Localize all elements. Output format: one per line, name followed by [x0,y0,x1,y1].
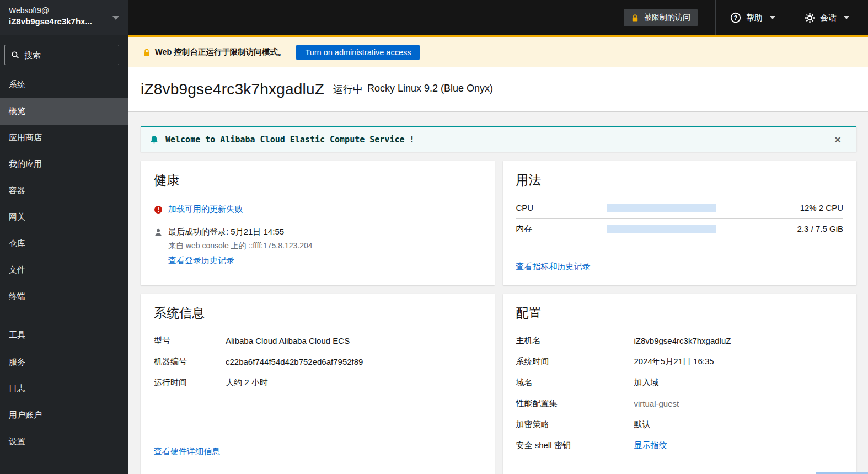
hostname-value: iZ8vb9gse4rc3k7hxgadluZ [634,336,844,345]
chevron-down-icon [844,16,849,19]
host-switcher[interactable]: Websoft9@ iZ8vb9gse4rc3k7hx... [0,0,128,35]
domain-label: 域名 [516,377,634,388]
sidebar-search[interactable] [4,45,119,65]
hostname-label: 主机名 [516,335,634,346]
exclamation-circle-icon [154,205,163,214]
running-state: 运行中 [333,83,363,96]
sidebar-item-repository[interactable]: 仓库 [0,231,128,257]
hardware-details-link[interactable]: 查看硬件详细信息 [154,446,220,457]
login-origin-text: 来自 web console 上的 ::ffff:175.8.123.204 [168,241,313,251]
usage-card: 用法 CPU 12% 2 CPU 内存 [503,161,857,285]
ssh-keys-row: 安全 shell 密钥 显示指纹 [516,435,844,456]
bell-icon [149,135,159,145]
cockpit-app: Websoft9@ iZ8vb9gse4rc3k7hx... 被限制的访问 ? … [0,0,868,474]
sidebar-item-logs[interactable]: 日志 [0,376,128,402]
search-input[interactable] [24,50,90,60]
sidebar-item-gateway[interactable]: 网关 [0,204,128,231]
restricted-mode-banner: Web 控制台正运行于限制访问模式。 Turn on administrativ… [128,35,868,67]
usage-rows: CPU 12% 2 CPU 内存 2.3 / 7.5 GiB [516,198,844,239]
crypto-policy-row: 加密策略 默认 [516,414,844,435]
configuration-title: 配置 [516,305,844,322]
sidebar-item-services[interactable]: 服务 [0,349,128,376]
brand-hostname: iZ8vb9gse4rc3k7hx... [9,16,120,27]
cpu-usage-row: CPU 12% 2 CPU [516,198,844,219]
sidebar-item-files[interactable]: 文件 [0,257,128,284]
admin-access-button[interactable]: Turn on administrative access [296,45,420,60]
page-header: iZ8vb9gse4rc3k7hxgadluZ 运行中 Rocky Linux … [128,67,868,112]
sidebar-nav: 系统 概览 应用商店 我的应用 容器 网关 仓库 文件 终端 工具 服务 日志 … [0,72,128,455]
host-state: 运行中 Rocky Linux 9.2 (Blue Onyx) [333,83,493,96]
health-card: 健康 加载可用的更新失败 最后成功的登录: 5月21日 14:55 [141,161,495,285]
memory-progress-bar [607,225,717,233]
system-info-card: 系统信息 型号 Alibaba Cloud Alibaba Cloud ECS … [141,294,495,474]
memory-label: 内存 [516,223,607,234]
uptime-label: 运行时间 [154,377,226,388]
uptime-value: 大约 2 小时 [226,377,481,388]
sidebar-item-settings[interactable]: 设置 [0,429,128,455]
sidebar-item-system[interactable]: 系统 [0,72,128,98]
cpu-value: 12% 2 CPU [716,203,843,212]
question-circle-icon: ? [730,12,741,23]
cpu-label: CPU [516,203,607,212]
sidebar-item-containers[interactable]: 容器 [0,178,128,204]
system-time-label: 系统时间 [516,356,634,367]
help-menu[interactable]: ? 帮助 [715,0,790,35]
os-name: Rocky Linux 9.2 (Blue Onyx) [367,83,493,96]
close-icon[interactable]: × [834,134,841,145]
usage-card-title: 用法 [516,172,844,189]
lock-icon [631,14,639,22]
model-row: 型号 Alibaba Cloud Alibaba Cloud ECS [154,331,481,351]
sidebar-item-accounts[interactable]: 用户账户 [0,402,128,429]
chevron-down-icon [770,16,775,19]
card-gallery: 健康 加载可用的更新失败 最后成功的登录: 5月21日 14:55 [141,161,856,474]
sidebar-item-my-apps[interactable]: 我的应用 [0,151,128,178]
machine-id-row: 机器编号 c22ba6f744f54d42b752ed6af7952f89 [154,351,481,372]
domain-row: 域名 加入域 [516,372,844,393]
last-login-info: 最后成功的登录: 5月21日 14:55 来自 web console 上的 :… [168,227,313,266]
performance-profile-value[interactable]: virtual-guest [634,399,844,408]
performance-profile-label: 性能配置集 [516,398,634,409]
gear-icon [805,13,815,23]
login-history-link[interactable]: 查看登录历史记录 [168,255,234,266]
sidebar-item-terminal[interactable]: 终端 [0,284,128,310]
sidebar-item-tools[interactable]: 工具 [0,322,128,349]
last-login-text: 最后成功的登录: 5月21日 14:55 [168,227,313,237]
show-fingerprints-link[interactable]: 显示指纹 [634,440,844,451]
restricted-access-label: 被限制的访问 [644,13,690,23]
health-card-title: 健康 [154,172,481,189]
svg-text:?: ? [734,14,738,21]
restricted-access-button[interactable]: 被限制的访问 [624,9,698,26]
system-time-value[interactable]: 2024年5月21日 16:35 [634,356,844,367]
user-icon [154,228,163,237]
restricted-mode-message: Web 控制台正运行于限制访问模式。 [155,47,286,57]
hostname-row: 主机名 iZ8vb9gse4rc3k7hxgadluZ [516,331,844,351]
system-info-title: 系统信息 [154,305,481,322]
configuration-rows: 主机名 iZ8vb9gse4rc3k7hxgadluZ 系统时间 2024年5月… [516,331,844,456]
sidebar-item-app-store[interactable]: 应用商店 [0,125,128,151]
ssh-keys-label: 安全 shell 密钥 [516,440,634,451]
welcome-message: Welcome to Alibaba Cloud Elastic Compute… [165,135,415,145]
masthead: 被限制的访问 ? 帮助 会话 [128,0,868,35]
session-menu[interactable]: 会话 [790,0,868,35]
crypto-policy-value[interactable]: 默认 [634,419,844,430]
performance-profile-row: 性能配置集 virtual-guest [516,393,844,414]
help-label: 帮助 [746,13,763,23]
updates-error-link[interactable]: 加载可用的更新失败 [168,204,243,215]
model-value: Alibaba Cloud Alibaba Cloud ECS [226,336,481,345]
crypto-policy-label: 加密策略 [516,419,634,430]
last-login-row: 最后成功的登录: 5月21日 14:55 来自 web console 上的 :… [154,227,481,266]
configuration-card: 配置 主机名 iZ8vb9gse4rc3k7hxgadluZ 系统时间 2024… [503,294,857,474]
session-label: 会话 [820,13,837,23]
search-icon [11,51,19,59]
main-area: Web 控制台正运行于限制访问模式。 Turn on administrativ… [128,35,868,474]
system-info-rows: 型号 Alibaba Cloud Alibaba Cloud ECS 机器编号 … [154,331,481,393]
sidebar: 系统 概览 应用商店 我的应用 容器 网关 仓库 文件 终端 工具 服务 日志 … [0,35,128,474]
brand-user: Websoft9@ [9,6,120,16]
partially-visible-element [816,472,868,474]
machine-id-value: c22ba6f744f54d42b752ed6af7952f89 [226,357,481,366]
system-time-row: 系统时间 2024年5月21日 16:35 [516,351,844,372]
metrics-history-link[interactable]: 查看指标和历史记录 [516,262,591,272]
sidebar-item-overview[interactable]: 概览 [0,98,128,125]
join-domain-value[interactable]: 加入域 [634,377,844,388]
memory-value: 2.3 / 7.5 GiB [716,224,843,233]
